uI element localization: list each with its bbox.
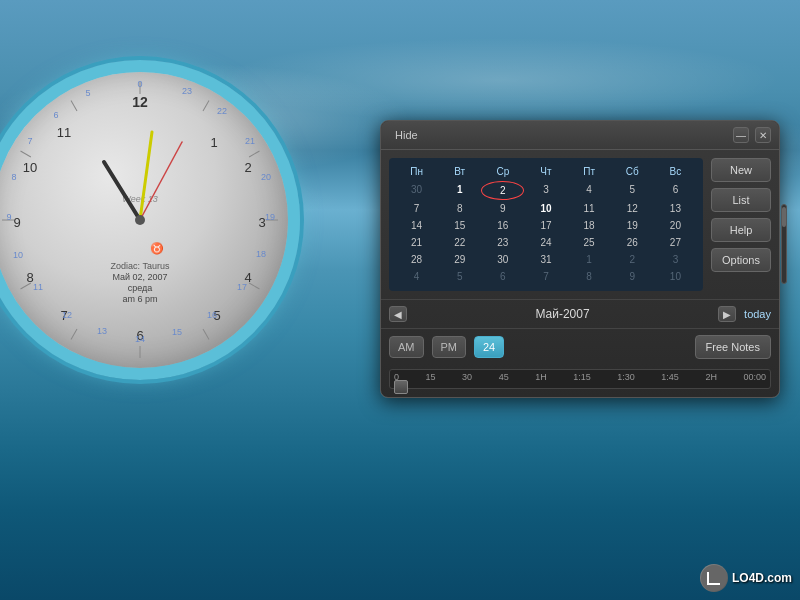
clock-svg: 12 1 2 3 4 5 6 7 8 9 10 11 0 23 22 21 20… (0, 72, 288, 368)
calendar-row-5: 28 29 30 31 1 2 3 (395, 251, 697, 268)
timeline-track[interactable]: 0 15 30 45 1H 1:15 1:30 1:45 2H 00:00 (389, 369, 771, 389)
minimize-button[interactable]: — (733, 127, 749, 143)
watermark-text: LO4D.com (732, 571, 792, 585)
tl-label-15: 15 (426, 372, 436, 382)
svg-text:9: 9 (13, 215, 20, 230)
cal-day[interactable]: 20 (654, 217, 697, 234)
cal-day[interactable]: 17 (524, 217, 567, 234)
cal-day[interactable]: 30 (481, 251, 524, 268)
cal-day[interactable]: 1 (568, 251, 611, 268)
tl-label-45: 45 (499, 372, 509, 382)
cal-day[interactable]: 9 (611, 268, 654, 285)
24h-button[interactable]: 24 (474, 336, 504, 358)
calendar: Пн Вт Ср Чт Пт Сб Вс 30 1 2 3 4 5 6 7 (389, 158, 703, 291)
cal-day[interactable]: 19 (611, 217, 654, 234)
cal-day[interactable]: 14 (395, 217, 438, 234)
cal-day[interactable]: 13 (654, 200, 697, 217)
month-label: Май-2007 (415, 307, 710, 321)
new-button[interactable]: New (711, 158, 771, 182)
cal-day[interactable]: 27 (654, 234, 697, 251)
help-button[interactable]: Help (711, 218, 771, 242)
cal-day[interactable]: 16 (481, 217, 524, 234)
panel-scrollbar[interactable] (781, 204, 787, 284)
tl-label-0000: 00:00 (743, 372, 766, 382)
svg-text:22: 22 (217, 106, 227, 116)
svg-text:15: 15 (172, 327, 182, 337)
cal-day[interactable]: 12 (611, 200, 654, 217)
panel-body: Пн Вт Ср Чт Пт Сб Вс 30 1 2 3 4 5 6 7 (381, 150, 779, 299)
svg-text:♉: ♉ (150, 241, 164, 255)
cal-day[interactable]: 2 (611, 251, 654, 268)
cal-day[interactable]: 8 (568, 268, 611, 285)
cal-day[interactable]: 26 (611, 234, 654, 251)
clock-widget: 12 1 2 3 4 5 6 7 8 9 10 11 0 23 22 21 20… (0, 60, 320, 400)
cal-day[interactable]: 31 (524, 251, 567, 268)
timeline-bar: 0 15 30 45 1H 1:15 1:30 1:45 2H 00:00 (381, 365, 779, 397)
sidebar-buttons: New List Help Options (711, 158, 771, 291)
cal-day[interactable]: 30 (395, 181, 438, 200)
svg-line-10 (20, 151, 30, 157)
cal-day[interactable]: 24 (524, 234, 567, 251)
svg-text:12: 12 (62, 310, 72, 320)
cal-day[interactable]: 7 (524, 268, 567, 285)
watermark-logo (700, 564, 728, 592)
calendar-row-2: 7 8 9 10 11 12 13 (395, 200, 697, 217)
cal-day[interactable]: 10 (654, 268, 697, 285)
close-button[interactable]: ✕ (755, 127, 771, 143)
svg-line-11 (71, 100, 77, 110)
cal-day[interactable]: 29 (438, 251, 481, 268)
cal-day[interactable]: 5 (611, 181, 654, 200)
next-month-button[interactable]: ▶ (718, 306, 736, 322)
svg-text:am 6 pm: am 6 pm (122, 294, 157, 304)
svg-line-7 (71, 329, 77, 339)
am-button[interactable]: AM (389, 336, 424, 358)
cal-day[interactable]: 6 (481, 268, 524, 285)
svg-text:16: 16 (207, 310, 217, 320)
cal-day[interactable]: 21 (395, 234, 438, 251)
tl-label-145: 1:45 (661, 372, 679, 382)
col-header-fri: Пт (568, 164, 611, 179)
cal-day[interactable]: 6 (654, 181, 697, 200)
col-header-mon: Пн (395, 164, 438, 179)
today-button[interactable]: today (744, 308, 771, 320)
options-button[interactable]: Options (711, 248, 771, 272)
svg-text:21: 21 (245, 136, 255, 146)
cal-day[interactable]: 15 (438, 217, 481, 234)
scrollbar-thumb (782, 207, 786, 227)
svg-text:10: 10 (23, 160, 37, 175)
prev-month-button[interactable]: ◀ (389, 306, 407, 322)
cal-day[interactable]: 4 (568, 181, 611, 200)
cal-day[interactable]: 10 (524, 200, 567, 217)
cal-day[interactable]: 4 (395, 268, 438, 285)
svg-text:17: 17 (237, 282, 247, 292)
cal-day[interactable]: 22 (438, 234, 481, 251)
list-button[interactable]: List (711, 188, 771, 212)
svg-text:20: 20 (261, 172, 271, 182)
hide-button[interactable]: Hide (389, 127, 424, 143)
cal-day-selected[interactable]: 2 (481, 181, 524, 200)
svg-text:13: 13 (97, 326, 107, 336)
svg-text:23: 23 (182, 86, 192, 96)
cal-day[interactable]: 8 (438, 200, 481, 217)
svg-text:среда: среда (128, 283, 153, 293)
free-notes-button[interactable]: Free Notes (695, 335, 771, 359)
svg-text:8: 8 (11, 172, 16, 182)
svg-line-2 (249, 151, 259, 157)
svg-text:10: 10 (13, 250, 23, 260)
timeline-thumb[interactable] (394, 380, 408, 394)
cal-day[interactable]: 28 (395, 251, 438, 268)
cal-day[interactable]: 23 (481, 234, 524, 251)
cal-day[interactable]: 1 (438, 181, 481, 200)
cal-day[interactable]: 3 (524, 181, 567, 200)
svg-point-53 (135, 215, 145, 225)
cal-day[interactable]: 7 (395, 200, 438, 217)
cal-day[interactable]: 3 (654, 251, 697, 268)
svg-line-1 (203, 100, 209, 110)
panel-header: Hide — ✕ (381, 121, 779, 150)
cal-day[interactable]: 18 (568, 217, 611, 234)
cal-day[interactable]: 5 (438, 268, 481, 285)
pm-button[interactable]: PM (432, 336, 467, 358)
cal-day[interactable]: 11 (568, 200, 611, 217)
cal-day[interactable]: 25 (568, 234, 611, 251)
cal-day[interactable]: 9 (481, 200, 524, 217)
